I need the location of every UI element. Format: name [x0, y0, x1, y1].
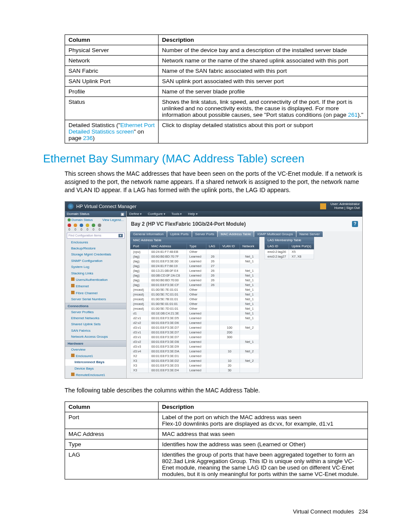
column-header[interactable]: LAG ID [265, 243, 289, 249]
cell [206, 320, 219, 325]
sidebar-item[interactable]: Device Bays [65, 366, 126, 372]
tab[interactable]: Server Ports [192, 231, 217, 237]
sidebar-item[interactable]: Stacking Links [65, 271, 126, 277]
sidebar-item[interactable]: Enclosures [65, 240, 126, 246]
tab[interactable]: MAC Address Table [218, 231, 254, 237]
cell [240, 249, 259, 254]
cell: (lag) [131, 273, 149, 278]
hp-logo-icon [68, 203, 74, 209]
sidebar-item[interactable]: Server Serial Numbers [65, 296, 126, 302]
cell: 10 [219, 358, 240, 363]
domain-status-link[interactable]: Domain Status [72, 218, 93, 222]
cell [219, 316, 240, 320]
sidebar-item[interactable]: Users/Authentication [65, 277, 126, 283]
cell: Net_1 [240, 259, 259, 264]
sidebar-item[interactable]: Fibre Channel [65, 290, 126, 296]
menu-item[interactable]: Define [129, 212, 142, 216]
menu-item[interactable]: Configure [148, 212, 165, 216]
cell: Net_2 [240, 358, 259, 363]
cell: Learned [187, 259, 206, 264]
tab[interactable]: IGMP Multicast Groups [254, 231, 296, 237]
lag-membership-table: LAG Membership Table LAG IDUplink Port(s… [265, 237, 314, 259]
cell: Other [187, 297, 206, 302]
home-icon[interactable] [320, 203, 326, 209]
cell: X3 [131, 358, 149, 363]
column-header[interactable]: Uplink Port(s) [289, 243, 314, 249]
column-header[interactable]: VLAN ID [219, 243, 240, 249]
sidebar-item[interactable]: RemoteEnclosure1 [65, 372, 126, 378]
cell: (mcast) [131, 306, 149, 311]
cell: Network name or the name of the shared u… [159, 56, 368, 66]
help-icon[interactable]: ? [352, 221, 358, 227]
cell [206, 344, 219, 349]
col-header: Description [159, 402, 368, 412]
cell: Physical Server [65, 45, 159, 56]
view-legend-link[interactable]: View Legend... [103, 218, 124, 222]
cell: 01:00:5E:7C:01:01 [149, 292, 187, 297]
cell: enc0:2:lag27 [265, 254, 289, 259]
cell: Net_1 [240, 297, 259, 302]
cell: 00:01:E8:F3:3E:D1 [149, 354, 187, 358]
sidebar-item[interactable]: Ethernet [65, 283, 126, 289]
cell [206, 349, 219, 354]
detailed-stats-link[interactable]: Ethernet Port Detailed Statistics screen [68, 122, 155, 135]
cell: X3 [131, 363, 149, 368]
column-header[interactable]: MAC Address [149, 243, 187, 249]
cell: (mcast) [131, 297, 149, 302]
main-pane: DefineConfigureToolsHelp Bay 2 (HP VC Fl… [127, 211, 362, 379]
cell: 26 [206, 283, 219, 287]
cell [219, 292, 240, 297]
menu-item[interactable]: Tools [171, 212, 182, 216]
status-count: 0 [98, 228, 101, 231]
cell: 00:13:21:0B:0F:E4 [149, 268, 187, 273]
cell [240, 335, 259, 339]
page-link[interactable]: 261 [348, 112, 358, 118]
cell: 00:01:E8:F3:3E:D7 [149, 335, 187, 339]
sidebar-item[interactable]: SAN Fabrics [65, 328, 126, 334]
cell: 00:01:E8:F3:3E:D9 [149, 344, 187, 349]
column-header[interactable]: Type [187, 243, 206, 249]
table-row: X300:01:E8:F3:3E:D2Learned10Net_2 [131, 358, 259, 363]
sidebar-item[interactable]: Storage Mgmt Credentials [65, 252, 126, 258]
sidebar-item[interactable]: Backup/Restore [65, 246, 126, 252]
table-row: (cpu)00:24:81:F7:48:EBOther [131, 249, 259, 254]
cell [219, 254, 240, 259]
cell: 00:01:E8:F3:3E:D4 [149, 368, 187, 373]
column-header[interactable]: Port [131, 243, 149, 249]
menu-item[interactable]: Help [188, 212, 197, 216]
cell: Net_1 [240, 306, 259, 311]
tab[interactable]: Name Server [296, 231, 323, 237]
sidebar-item[interactable]: Shared Uplink Sets [65, 321, 126, 327]
sidebar-item[interactable]: Ethernet Networks [65, 315, 126, 321]
cell: Learned [187, 316, 206, 320]
table-row: X300:01:E8:F3:3E:D3Learned20 [131, 363, 259, 368]
cell [206, 330, 219, 335]
cell: d3:v1 [131, 335, 149, 339]
cell [219, 283, 240, 287]
status-count: 0 [86, 228, 89, 231]
sidebar-item[interactable]: Enclosure1 [65, 353, 126, 359]
tab[interactable]: General Information [130, 231, 167, 237]
sidebar: Domain Status ▣ Domain Status View Legen… [65, 211, 127, 379]
tab[interactable]: Uplink Ports [167, 231, 192, 237]
cell: SAN Fabric [65, 66, 159, 76]
collapse-icon[interactable]: ▣ [121, 212, 125, 216]
cell [240, 344, 259, 349]
column-header[interactable]: Network [240, 243, 259, 249]
sidebar-item[interactable]: SNMP Configuration [65, 258, 126, 264]
page-link[interactable]: 236 [83, 135, 93, 141]
cell: 30 [219, 368, 240, 373]
find-config-input[interactable]: Find Configuration Items ▾ [67, 233, 125, 239]
table-row: (mcast)01:00:5E:7D:01:01OtherNet_1 [131, 306, 259, 311]
cell: Shows the link status, link speed, and c… [159, 97, 368, 120]
sidebar-item[interactable]: System Log [65, 264, 126, 270]
cell [240, 264, 259, 268]
cell: (lag) [131, 264, 149, 268]
refresh-icon[interactable] [98, 224, 101, 227]
column-header[interactable]: LAG [206, 243, 219, 249]
cell: Name of the SAN fabric associated with t… [159, 66, 368, 76]
sidebar-item[interactable]: Interconnect Bays [65, 359, 126, 365]
sidebar-item[interactable]: Overview [65, 347, 126, 353]
sidebar-item[interactable]: Server Profiles [65, 309, 126, 315]
sidebar-item[interactable]: Network Access Groups [65, 334, 126, 340]
